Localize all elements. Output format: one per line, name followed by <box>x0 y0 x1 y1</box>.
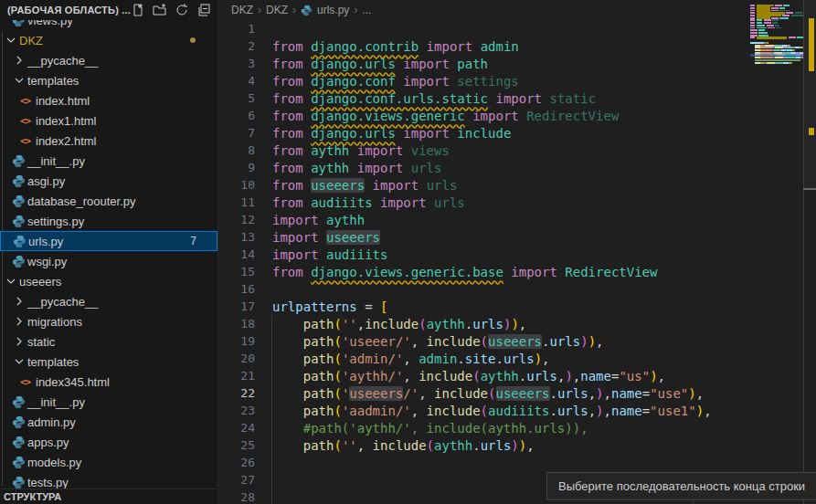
code-line-18[interactable]: 18 path('',include(aythh.urls)), <box>218 315 816 332</box>
file-label: admin.py <box>27 415 76 429</box>
tree-item-wsgi-py[interactable]: wsgi.py <box>0 251 217 271</box>
tree-item-urls-py[interactable]: urls.py7 <box>0 231 217 251</box>
code-token: . <box>472 438 480 453</box>
code-token: aythh <box>311 161 349 175</box>
tree-item-admin-py[interactable]: admin.py <box>0 412 217 432</box>
tree-item-index2-html[interactable]: <>index2.html <box>0 131 217 151</box>
tree-item-settings-py[interactable]: settings.py <box>0 211 217 231</box>
tree-item-static[interactable]: static <box>0 331 217 352</box>
code-line-24[interactable]: 24 #path('aythh/', include(aythh.urls)), <box>218 419 816 436</box>
line-number: 20 <box>218 352 255 365</box>
code-token: ( <box>488 386 495 401</box>
tree-item-index1-html[interactable]: <>index1.html <box>0 110 217 131</box>
code-token: , <box>403 369 419 383</box>
code-line-4[interactable]: 4from django.conf import settings <box>218 72 816 89</box>
code-line-7[interactable]: 7from django.urls import include <box>218 124 816 142</box>
ruler-warning-mark <box>809 128 814 135</box>
code-token: path <box>303 438 334 453</box>
tree-item-templates[interactable]: templates <box>0 352 217 372</box>
tree-item-apps-py[interactable]: apps.py <box>0 432 217 452</box>
breadcrumb-item[interactable]: DKZ <box>231 4 253 16</box>
code-line-11[interactable]: 11from audiiits import urls <box>218 194 816 211</box>
code-line-22[interactable]: 22 path('useeers/', include(useeers.urls… <box>218 384 816 402</box>
code-line-2[interactable]: 2from django.contrib import admin <box>218 37 816 55</box>
code-token: useeers <box>349 386 403 401</box>
tree-item-migrations[interactable]: migrations <box>0 311 217 331</box>
explorer-section-header[interactable]: (РАБОЧАЯ ОБЛАСТЬ) ... <box>0 0 217 20</box>
code-line-3[interactable]: 3from django.urls import path <box>218 55 816 72</box>
tree-item-dkz[interactable]: DKZ <box>0 30 217 50</box>
code-token: urls <box>481 438 512 453</box>
code-line-15[interactable]: 15from django.views.generic.base import … <box>218 263 816 280</box>
code-token: , <box>526 438 534 453</box>
code-token: import <box>380 195 427 210</box>
code-token: django.views.generic.base <box>311 265 503 279</box>
code-line-5[interactable]: 5from django.conf.urls.static import sta… <box>218 89 816 107</box>
breadcrumb-item[interactable]: ... <box>362 4 371 16</box>
minimap[interactable] <box>750 0 803 504</box>
code-token: urls <box>472 317 503 331</box>
code-token <box>403 161 410 175</box>
code-token: aythh <box>311 143 349 158</box>
code-line-20[interactable]: 20 path('admin/', admin.site.urls), <box>218 350 816 367</box>
line-number: 10 <box>218 178 255 192</box>
code-line-21[interactable]: 21 path('aythh/', include(aythh.urls,),n… <box>218 367 816 384</box>
tree-item-asgi-py[interactable]: asgi.py <box>0 171 217 191</box>
code-line-6[interactable]: 6from django.views.generic import Redire… <box>218 107 816 124</box>
code-token: '' <box>342 317 357 331</box>
editor-indent-guide <box>271 315 272 504</box>
code-token <box>472 39 480 54</box>
code-line-23[interactable]: 23 path('aadmin/', include(audiiits.urls… <box>218 402 816 419</box>
code-line-19[interactable]: 19 path('useeer/', include(useeers.urls)… <box>218 332 816 350</box>
code-line-1[interactable]: 1 <box>218 20 816 37</box>
code-line-17[interactable]: 17urlpatterns = [ <box>218 298 816 315</box>
scrollbar[interactable] <box>804 0 816 504</box>
code-line-25[interactable]: 25 path('', include(aythh.urls)), <box>218 436 816 454</box>
tree-item--pycache-[interactable]: __pycache__ <box>0 50 217 70</box>
code-token: , <box>542 352 549 366</box>
code-token <box>319 230 326 245</box>
collapse-all-icon[interactable] <box>196 3 211 17</box>
tree-item--init-py[interactable]: __init__.py <box>0 392 217 412</box>
code-token: ) <box>580 334 588 349</box>
file-tree: views.pyDKZ__pycache__templates<>index.h… <box>0 10 217 492</box>
new-file-icon[interactable] <box>131 3 145 17</box>
refresh-icon[interactable] <box>175 3 189 17</box>
code-token <box>427 195 434 210</box>
workspace-title[interactable]: (РАБОЧАЯ ОБЛАСТЬ) ... <box>7 5 131 16</box>
tree-item--pycache-[interactable]: __pycache__ <box>0 291 217 311</box>
code-token: . <box>542 334 549 349</box>
code-token: ( <box>427 438 434 453</box>
code-token <box>303 109 311 123</box>
tree-item-useeers[interactable]: useeers <box>0 271 217 291</box>
code-token: from <box>272 265 303 279</box>
tree-item--init-py[interactable]: __init__.py <box>0 151 217 171</box>
breadcrumb-item[interactable]: urls.py <box>317 4 349 16</box>
new-folder-icon[interactable] <box>153 3 167 17</box>
code-line-26[interactable]: 26 <box>218 454 816 471</box>
tree-item-index-html[interactable]: <>index.html <box>0 90 217 110</box>
outline-section-header[interactable]: СТРУКТУРА <box>0 488 217 504</box>
statusbar-tooltip: Выберите последовательность конца строки <box>546 472 816 500</box>
code-area[interactable]: 12from django.contrib import admin3from … <box>218 20 816 504</box>
file-label: apps.py <box>27 436 69 449</box>
modified-dot-badge <box>190 37 196 43</box>
code-line-13[interactable]: 13import useeers <box>218 228 816 246</box>
code-token: import <box>272 230 319 245</box>
code-token: name <box>580 369 611 383</box>
tree-item-models-py[interactable]: models.py <box>0 452 217 472</box>
code-token: from <box>272 39 303 54</box>
code-line-16[interactable]: 16 <box>218 280 816 298</box>
code-line-9[interactable]: 9from aythh import urls <box>218 159 816 176</box>
code-token: , <box>588 386 596 401</box>
code-token: . <box>465 317 472 331</box>
tree-item-index345-html[interactable]: <>index345.html <box>0 372 217 392</box>
code-line-12[interactable]: 12import aythh <box>218 211 816 228</box>
breadcrumb-item[interactable]: DKZ <box>266 4 288 16</box>
code-line-14[interactable]: 14import audiiits <box>218 246 816 263</box>
code-token: ) <box>688 386 695 401</box>
code-line-8[interactable]: 8from aythh import views <box>218 142 816 159</box>
tree-item-database-roouter-py[interactable]: database_roouter.py <box>0 191 217 211</box>
code-line-10[interactable]: 10from useeers import urls <box>218 176 816 194</box>
tree-item-templates[interactable]: templates <box>0 70 217 90</box>
